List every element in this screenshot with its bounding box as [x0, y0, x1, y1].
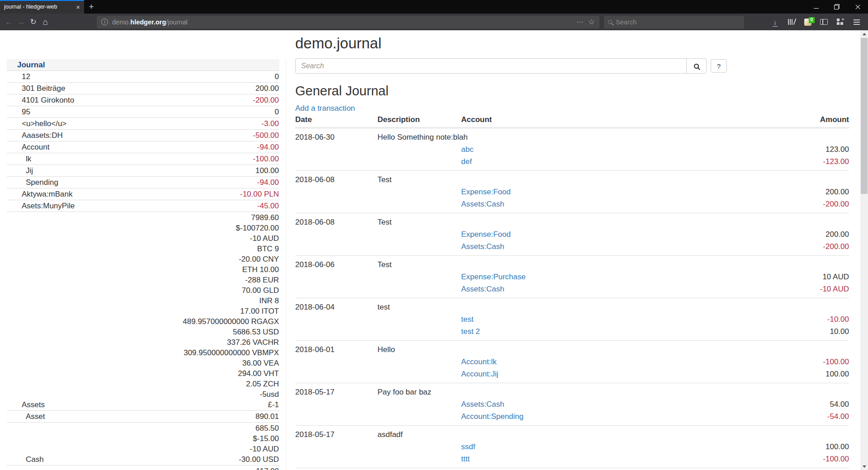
sidebar-account-name[interactable]: Asset — [7, 411, 143, 423]
reload-button[interactable]: ↻ — [27, 16, 39, 28]
spacer-cell — [377, 356, 461, 368]
transaction-block[interactable]: 2018-06-01 Hello Account:lk -100.00 Acco… — [295, 341, 849, 383]
sidebar-account-name[interactable]: Aaasets:DH — [7, 130, 143, 141]
posting-account-link[interactable]: tttt — [461, 455, 470, 463]
transaction-block[interactable]: 2018-05-17 asdfadf ssdf 100.00 tttt -100… — [295, 426, 849, 468]
page-content: Journal 12 0 301 Beiträge 200.00 4101 Gi… — [0, 30, 868, 470]
apps-button[interactable] — [834, 16, 847, 28]
sidebar-account-name[interactable]: 12 — [7, 71, 143, 83]
sidebar-account-name[interactable]: Asets:MunyPile — [7, 200, 143, 212]
posting-amount: -10.00 — [696, 313, 849, 325]
transaction-block[interactable]: 2018-05-17 Pay foo bar baz Assets:Cash 5… — [295, 383, 849, 426]
posting-amount: 100.00 — [696, 441, 849, 453]
sidebar-account-row[interactable]: 4101 Girokonto -200.00 — [7, 94, 279, 106]
transaction-block[interactable]: 2018-06-30 Hello Something note:blah abc… — [295, 128, 849, 171]
spacer-cell — [377, 368, 461, 383]
posting-account-link[interactable]: Assets:Cash — [461, 242, 504, 251]
scrollbar-down-button[interactable] — [860, 463, 868, 470]
sidebar-account-row[interactable]: Asets:MunyPile -45.00 — [7, 200, 279, 212]
sidebar-account-name[interactable]: Aktywa:mBank — [7, 188, 143, 200]
sidebar-account-name[interactable]: Spending — [7, 177, 143, 188]
home-button[interactable]: ⌂ — [39, 16, 52, 28]
sidebar-account-row[interactable]: Account -94.00 — [7, 141, 279, 153]
scroll-up-icon — [863, 33, 866, 35]
browser-search-bar[interactable]: Search — [604, 16, 744, 28]
balance-amount: $-15.00 — [143, 433, 279, 444]
menu-button[interactable] — [850, 16, 863, 28]
sidebar-account-name[interactable]: Cash — [7, 423, 143, 465]
library-button[interactable] — [785, 16, 798, 28]
bookmark-star-icon[interactable]: ☆ — [588, 17, 595, 27]
search-help-button[interactable]: ? — [711, 59, 727, 73]
sidebar-account-row[interactable]: Aaasets:DH -500.00 — [7, 130, 279, 141]
sidebar-account-row[interactable]: Aktywa:mBank -10.00 PLN — [7, 188, 279, 200]
sidebar-account-name[interactable]: Account — [7, 141, 143, 153]
tab-close-icon[interactable]: × — [76, 3, 80, 11]
downloads-button[interactable]: ↓ — [769, 16, 782, 28]
sidebar-journal-link[interactable]: Journal — [7, 59, 279, 71]
sidebar-account-row[interactable]: Asset 890.01 — [7, 411, 279, 423]
sidebar-account-name[interactable]: <u>hello</u> — [7, 118, 143, 130]
scrollbar-thumb[interactable] — [861, 38, 868, 194]
sidebar-account-name[interactable]: Jij — [7, 165, 143, 177]
sidebar-account-row[interactable]: 301 Beiträge 200.00 — [7, 83, 279, 94]
new-tab-button[interactable]: + — [84, 0, 99, 14]
page-scrollbar[interactable] — [860, 30, 868, 470]
transaction-block[interactable]: 2018-06-06 Test Expense:Purchase 10 AUD … — [295, 256, 849, 298]
posting-account-link[interactable]: Account:Spending — [461, 412, 524, 421]
posting-account-link[interactable]: ssdf — [461, 442, 475, 451]
posting-amount: -200.00 — [696, 240, 849, 256]
sidebar-account-balance: 100.00 — [143, 165, 280, 177]
balance-amount: 17.00 ITOT — [143, 306, 279, 316]
sidebar-account-name[interactable]: lk — [7, 153, 143, 165]
posting-account-link[interactable]: Assets:Cash — [461, 285, 504, 293]
sidebar-account-name[interactable]: 4101 Girokonto — [7, 94, 143, 106]
window-minimize-button[interactable] — [806, 0, 826, 14]
site-info-icon[interactable]: i — [101, 19, 108, 25]
scrollbar-up-button[interactable] — [860, 30, 868, 38]
posting-account-link[interactable]: Account:Jij — [461, 370, 498, 378]
window-close-button[interactable] — [847, 0, 868, 14]
journal-search-button[interactable] — [686, 58, 707, 74]
posting-account-link[interactable]: abc — [461, 145, 473, 154]
sidebar-account-name[interactable]: 301 Beiträge — [7, 83, 143, 94]
posting-account-link[interactable]: Expense:Purchase — [461, 273, 526, 281]
sidebar-account-row[interactable]: Assets 7989.60$-100720.00-10 AUDBTC 9-20… — [7, 212, 279, 411]
journal-search-input[interactable] — [295, 58, 687, 74]
add-transaction-link[interactable]: Add a transaction — [295, 104, 355, 113]
forward-button[interactable]: → — [15, 16, 27, 28]
transaction-block[interactable]: 2018-06-08 Test Expense:Food 200.00 Asse… — [295, 213, 849, 256]
back-button[interactable]: ← — [3, 16, 15, 28]
posting-account-link[interactable]: Account:lk — [461, 357, 496, 366]
sidebar-account-row[interactable]: lk -100.00 — [7, 153, 279, 165]
posting-account-link[interactable]: Expense:Food — [461, 188, 511, 196]
sidebar-account-name[interactable]: Assets — [7, 212, 143, 411]
posting-account-link[interactable]: def — [461, 157, 472, 166]
sidebar-journal-row[interactable]: Journal — [7, 59, 279, 71]
url-bar[interactable]: i demo.hledger.org/journal ⋯ ☆ — [97, 16, 599, 28]
sidebar-account-name[interactable]: 95 — [7, 106, 143, 118]
posting-account-link[interactable]: test — [461, 315, 473, 324]
transaction-block[interactable]: 2018-06-04 test test -10.00 test 2 10.00 — [295, 298, 849, 341]
page-actions-icon[interactable]: ⋯ — [576, 18, 583, 26]
sidebar-account-row[interactable]: 12 0 — [7, 71, 279, 83]
browser-tab[interactable]: journal - hledger-web × — [0, 0, 84, 14]
sidebar-account-row[interactable]: 95 0 — [7, 106, 279, 118]
transaction-block[interactable]: 2018-05-17 Test — [295, 468, 849, 470]
posting-account-link[interactable]: test 2 — [461, 327, 480, 336]
posting-account-link[interactable]: Expense:Food — [461, 230, 511, 239]
sidebar-account-balance: 890.01 — [143, 411, 280, 423]
sidebar-account-row[interactable]: <u>hello</u> -3.00 — [7, 118, 279, 130]
apps-grid-icon — [837, 19, 844, 25]
sidebars-button[interactable] — [817, 16, 830, 28]
transaction-block[interactable]: 2018-06-08 Test Expense:Food 200.00 Asse… — [295, 171, 849, 213]
sidebar-account-row[interactable]: Jij 100.00 — [7, 165, 279, 177]
sidebar-account-name[interactable] — [7, 465, 143, 470]
posting-account-link[interactable]: Assets:Cash — [461, 200, 504, 208]
posting-account-link[interactable]: Assets:Cash — [461, 400, 504, 409]
window-restore-button[interactable] — [826, 0, 847, 14]
extension-button[interactable]: 0 — [801, 16, 814, 28]
sidebar-account-row[interactable]: Spending -94.00 — [7, 177, 279, 188]
sidebar-account-row[interactable]: Cash 685.50$-15.00-10 AUD-30.00 USD — [7, 423, 279, 465]
sidebar-account-row[interactable]: -117.00 — [7, 465, 279, 470]
